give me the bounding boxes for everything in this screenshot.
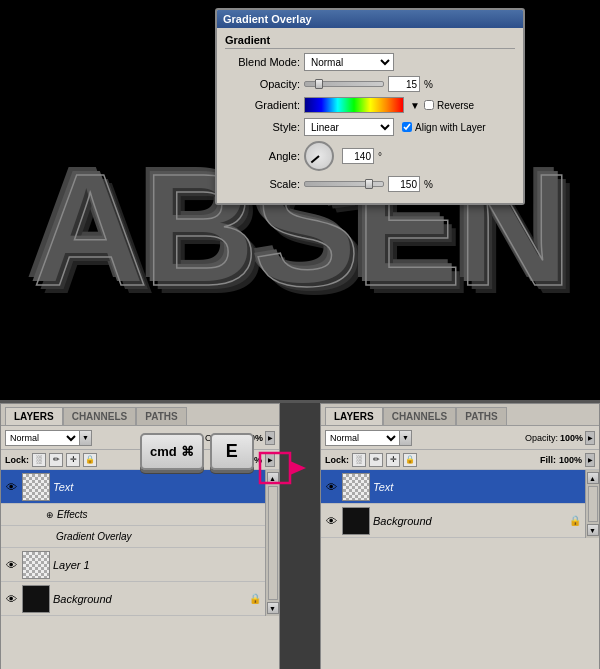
left-layer-panel: LAYERS CHANNELS PATHS Normal ▼ Opacity: … xyxy=(0,403,280,669)
gradient-overlay-dialog: Gradient Overlay Gradient Blend Mode: No… xyxy=(215,8,525,205)
left-gradient-overlay-row: Gradient Overlay xyxy=(1,526,265,548)
right-scroll-up[interactable]: ▲ xyxy=(587,472,599,484)
angle-unit: ° xyxy=(378,151,382,162)
left-panel-inner: 👁 Text ⊕ Effects Gradient Overlay xyxy=(1,470,279,616)
align-checkbox[interactable] xyxy=(402,122,412,132)
right-scrollbar: ▲ ▼ xyxy=(585,470,599,538)
scale-label: Scale: xyxy=(225,178,300,190)
dialog-body: Gradient Blend Mode: Normal Opacity: 15 … xyxy=(217,28,523,203)
left-tab-paths[interactable]: PATHS xyxy=(136,407,186,425)
right-tab-paths[interactable]: PATHS xyxy=(456,407,506,425)
left-thumb-bg xyxy=(22,585,50,613)
left-lock-position[interactable]: ✛ xyxy=(66,453,80,467)
right-tab-channels[interactable]: CHANNELS xyxy=(383,407,457,425)
left-tab-channels[interactable]: CHANNELS xyxy=(63,407,137,425)
right-scroll-track[interactable] xyxy=(588,486,598,522)
right-opacity-arrow[interactable]: ▶ xyxy=(585,431,595,445)
right-eye-text[interactable]: 👁 xyxy=(323,479,339,495)
right-layer-text[interactable]: 👁 Text xyxy=(321,470,585,504)
canvas-section: ABSEN Gradient Overlay Gradient Blend Mo… xyxy=(0,0,600,400)
right-lock-image[interactable]: ✏ xyxy=(369,453,383,467)
right-lock-position[interactable]: ✛ xyxy=(386,453,400,467)
gradient-overlay-label: Gradient Overlay xyxy=(56,531,132,542)
right-fill-arrow[interactable]: ▶ xyxy=(585,453,595,467)
reverse-checkbox[interactable] xyxy=(424,100,434,110)
right-scroll-down[interactable]: ▼ xyxy=(587,524,599,536)
angle-label: Angle: xyxy=(225,150,300,162)
right-bg-lock-icon: 🔒 xyxy=(569,515,581,526)
right-lock-row: Lock: ░ ✏ ✛ 🔒 Fill: 100% ▶ xyxy=(321,450,599,470)
style-label: Style: xyxy=(225,121,300,133)
angle-dial[interactable] xyxy=(304,141,334,171)
left-layers-list: 👁 Text ⊕ Effects Gradient Overlay xyxy=(1,470,265,616)
scale-input[interactable]: 150 xyxy=(388,176,420,192)
left-eye-bg[interactable]: 👁 xyxy=(3,591,19,607)
effects-label: Effects xyxy=(57,509,88,520)
right-tab-layers[interactable]: LAYERS xyxy=(325,407,383,425)
reverse-checkbox-label: Reverse xyxy=(424,100,474,111)
left-layer-1[interactable]: 👁 Layer 1 xyxy=(1,548,265,582)
scale-row: Scale: 150 % xyxy=(225,176,515,192)
right-layer-text-name: Text xyxy=(373,481,583,493)
pink-arrow xyxy=(258,443,308,495)
left-layer-text[interactable]: 👁 Text xyxy=(1,470,265,504)
blend-mode-select[interactable]: Normal xyxy=(304,53,394,71)
e-key: E xyxy=(210,433,254,470)
right-eye-bg[interactable]: 👁 xyxy=(323,513,339,529)
left-scroll-down[interactable]: ▼ xyxy=(267,602,279,614)
opacity-slider[interactable] xyxy=(304,81,384,87)
gradient-dropdown-arrow[interactable]: ▼ xyxy=(410,100,420,111)
left-effects-row: ⊕ Effects xyxy=(1,504,265,526)
left-bg-name: Background xyxy=(53,593,246,605)
style-row: Style: Linear Align with Layer xyxy=(225,118,515,136)
left-layer-background[interactable]: 👁 Background 🔒 xyxy=(1,582,265,616)
left-scroll-track[interactable] xyxy=(268,486,278,600)
right-panel-inner: 👁 Text 👁 Background 🔒 xyxy=(321,470,599,538)
style-select[interactable]: Linear xyxy=(304,118,394,136)
right-mode-arrow[interactable]: ▼ xyxy=(400,430,412,446)
left-eye-layer1[interactable]: 👁 xyxy=(3,557,19,573)
left-eye-text[interactable]: 👁 xyxy=(3,479,19,495)
right-layer-background[interactable]: 👁 Background 🔒 xyxy=(321,504,585,538)
right-panel-controls: Normal ▼ Opacity: 100% ▶ xyxy=(321,426,599,450)
blend-mode-label: Blend Mode: xyxy=(225,56,300,68)
left-mode-arrow[interactable]: ▼ xyxy=(80,430,92,446)
kbd-overlay: cmd⌘ E xyxy=(140,433,254,470)
svg-marker-1 xyxy=(290,461,306,475)
right-lock-label: Lock: xyxy=(325,455,349,465)
right-bg-name: Background xyxy=(373,515,566,527)
scale-slider[interactable] xyxy=(304,181,384,187)
left-lock-image[interactable]: ✏ xyxy=(49,453,63,467)
right-panel-content: 👁 Text 👁 Background 🔒 xyxy=(321,470,585,538)
right-opacity-label: Opacity: xyxy=(525,433,558,443)
right-mode-select[interactable]: Normal xyxy=(325,430,400,446)
left-thumb-text xyxy=(22,473,50,501)
gradient-row: Gradient: ▼ Reverse xyxy=(225,97,515,113)
left-mode-select[interactable]: Normal xyxy=(5,430,80,446)
dial-hand xyxy=(311,155,320,163)
right-fill-value: 100% xyxy=(559,455,582,465)
mode-select-wrap: Normal ▼ xyxy=(5,430,92,446)
left-panel-content: 👁 Text ⊕ Effects Gradient Overlay xyxy=(1,470,265,616)
angle-input[interactable]: 140 xyxy=(342,148,374,164)
left-lock-transparent[interactable]: ░ xyxy=(32,453,46,467)
effects-icon: ⊕ xyxy=(46,510,54,520)
right-mode-select-wrap: Normal ▼ xyxy=(325,430,412,446)
right-layer-panel: LAYERS CHANNELS PATHS Normal ▼ Opacity: … xyxy=(320,403,600,669)
right-lock-all[interactable]: 🔒 xyxy=(403,453,417,467)
left-lock-label: Lock: xyxy=(5,455,29,465)
svg-rect-0 xyxy=(260,453,290,483)
gradient-preview[interactable] xyxy=(304,97,404,113)
opacity-input[interactable]: 15 xyxy=(388,76,420,92)
opacity-percent: % xyxy=(424,79,433,90)
right-fill-label: Fill: xyxy=(540,455,556,465)
left-tab-layers[interactable]: LAYERS xyxy=(5,407,63,425)
left-layer-text-name: Text xyxy=(53,481,263,493)
left-lock-all[interactable]: 🔒 xyxy=(83,453,97,467)
right-thumb-text xyxy=(342,473,370,501)
angle-row: Angle: 140 ° xyxy=(225,141,515,171)
right-opacity-row: Opacity: 100% ▶ xyxy=(525,431,595,445)
blend-mode-row: Blend Mode: Normal xyxy=(225,53,515,71)
opacity-label: Opacity: xyxy=(225,78,300,90)
right-lock-transparent[interactable]: ░ xyxy=(352,453,366,467)
